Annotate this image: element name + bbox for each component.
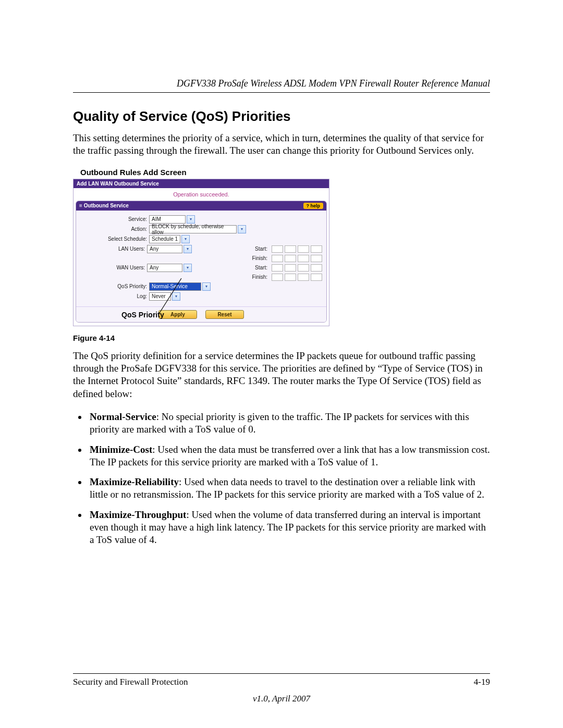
action-label: Action: [80, 226, 149, 232]
finish-ip[interactable] [272, 255, 322, 262]
page-footer: Security and Firewall Protection 4-19 [73, 673, 490, 687]
chevron-down-icon[interactable]: ▾ [172, 292, 180, 301]
apply-button[interactable]: Apply [158, 310, 197, 319]
chevron-down-icon[interactable]: ▾ [202, 282, 211, 291]
screenshot-panel: Add LAN WAN Outbound Service Operation s… [73, 179, 328, 326]
action-select[interactable]: BLOCK by schedule, otherwise allow [149, 225, 237, 233]
figure-caption: Outbound Rules Add Screen [80, 168, 490, 177]
list-item: Normal-Service: No special priority is g… [88, 411, 490, 436]
finish-label-2: Finish: [247, 274, 270, 280]
callout-label: QoS Priority [121, 311, 164, 319]
running-header: DGFV338 ProSafe Wireless ADSL Modem VPN … [73, 78, 490, 93]
chevron-down-icon[interactable]: ▾ [187, 215, 195, 224]
finish-ip-2[interactable] [272, 274, 322, 281]
status-text: Operation succeeded. [74, 188, 329, 201]
start-label-2: Start: [247, 265, 270, 270]
footer-right: 4-19 [474, 677, 490, 687]
log-select[interactable]: Never [149, 292, 171, 301]
start-ip-2[interactable] [272, 264, 322, 272]
lan-label: LAN Users: [80, 246, 147, 252]
bullet-list: Normal-Service: No special priority is g… [73, 411, 490, 547]
schedule-select[interactable]: Schedule 1 [149, 235, 180, 243]
qos-select[interactable]: Normal-Service [149, 282, 201, 291]
panel-title: ≡ Outbound Service [79, 203, 129, 208]
list-item: Minimize-Cost: Used when the data must b… [88, 443, 490, 469]
footer-left: Security and Firewall Protection [73, 677, 188, 687]
screenshot-tab: Add LAN WAN Outbound Service [74, 179, 329, 188]
chevron-down-icon[interactable]: ▾ [183, 245, 192, 253]
wan-select[interactable]: Any [147, 264, 182, 272]
list-item: Maximize-Throughput: Used when the volum… [88, 509, 490, 547]
wan-label: WAN Users: [80, 265, 147, 270]
help-badge[interactable]: ? help [303, 203, 324, 209]
chevron-down-icon[interactable]: ▾ [181, 235, 190, 243]
figure-label: Figure 4-14 [73, 334, 490, 342]
chevron-down-icon[interactable]: ▾ [183, 264, 192, 272]
post-figure-paragraph: The QoS priority definition for a servic… [73, 350, 490, 400]
log-label: Log: [80, 293, 149, 299]
service-label: Service: [80, 216, 149, 222]
finish-label: Finish: [247, 255, 270, 261]
qos-label: QoS Priority: [80, 283, 149, 289]
list-item: Maximize-Reliability: Used when data nee… [88, 476, 490, 501]
chevron-down-icon[interactable]: ▾ [238, 225, 246, 233]
start-label: Start: [247, 246, 270, 252]
lan-select[interactable]: Any [147, 245, 182, 253]
schedule-label: Select Schedule: [80, 236, 149, 242]
footer-version: v1.0, April 2007 [0, 694, 563, 704]
section-title: Quality of Service (QoS) Priorities [73, 108, 490, 125]
reset-button[interactable]: Reset [205, 310, 244, 319]
start-ip[interactable] [272, 245, 322, 253]
intro-paragraph: This setting determines the priority of … [73, 132, 490, 157]
service-select[interactable]: AIM [149, 215, 186, 224]
